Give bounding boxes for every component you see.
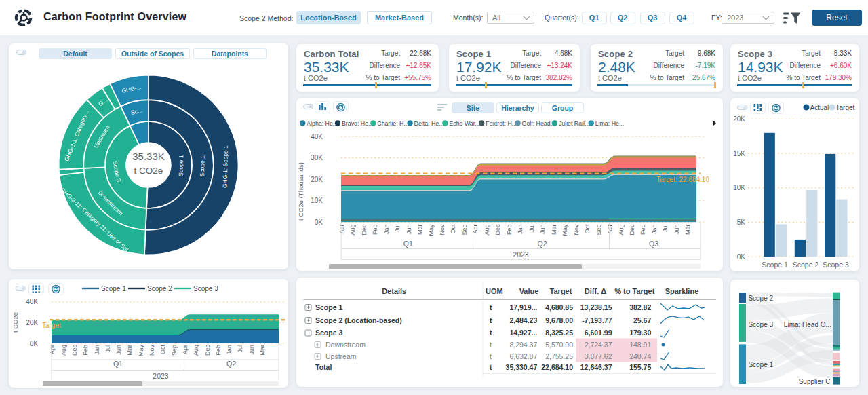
svg-text:Mar: Mar bbox=[551, 224, 557, 235]
svg-text:35,330.47: 35,330.47 bbox=[506, 363, 538, 371]
svg-text:0K: 0K bbox=[737, 253, 746, 261]
svg-text:10K: 10K bbox=[733, 184, 745, 191]
svg-text:Q2: Q2 bbox=[537, 240, 547, 248]
svg-text:Supplier C: Supplier C bbox=[799, 378, 831, 385]
svg-text:Target: Target bbox=[42, 322, 61, 329]
svg-text:Scope 1: Scope 1 bbox=[315, 303, 342, 312]
svg-text:Diff. Δ: Diff. Δ bbox=[585, 287, 606, 295]
svg-text:Q1: Q1 bbox=[403, 240, 413, 248]
svg-text:Mar: Mar bbox=[126, 345, 133, 356]
svg-text:15K: 15K bbox=[733, 150, 745, 157]
svg-text:Scope 2 (Location-based): Scope 2 (Location-based) bbox=[315, 316, 402, 324]
svg-text:Aug: Aug bbox=[618, 225, 625, 236]
svg-text:May: May bbox=[428, 224, 435, 236]
svg-text:Oct: Oct bbox=[584, 224, 591, 234]
svg-text:Jan: Jan bbox=[517, 225, 524, 235]
svg-text:Scope 2: Scope 2 bbox=[748, 295, 773, 302]
svg-text:2023: 2023 bbox=[153, 372, 169, 380]
svg-text:t: t bbox=[490, 316, 492, 324]
svg-text:Apr: Apr bbox=[472, 225, 479, 234]
svg-text:Scope 3: Scope 3 bbox=[315, 328, 342, 337]
svg-text:Sep: Sep bbox=[461, 225, 468, 236]
svg-text:Jan: Jan bbox=[226, 345, 233, 355]
svg-text:t: t bbox=[490, 328, 492, 337]
svg-text:0K: 0K bbox=[315, 219, 323, 226]
svg-text:5,570.00: 5,570.00 bbox=[545, 341, 573, 349]
svg-text:Scope 3: Scope 3 bbox=[823, 261, 849, 269]
svg-text:382.82: 382.82 bbox=[629, 303, 651, 312]
svg-text:Jul: Jul bbox=[104, 345, 111, 353]
svg-text:Oct: Oct bbox=[450, 224, 456, 234]
svg-text:40K: 40K bbox=[26, 298, 38, 305]
svg-text:Feb: Feb bbox=[506, 225, 513, 236]
svg-text:Scope 2: Scope 2 bbox=[793, 261, 819, 269]
svg-text:2023: 2023 bbox=[513, 250, 529, 259]
svg-text:Target: Target bbox=[550, 287, 572, 295]
svg-text:20K: 20K bbox=[311, 176, 323, 183]
svg-text:Feb: Feb bbox=[215, 345, 222, 356]
svg-text:9,678.00: 9,678.00 bbox=[545, 316, 573, 324]
svg-text:-7,193.77: -7,193.77 bbox=[582, 316, 612, 324]
svg-text:t: t bbox=[490, 341, 492, 349]
svg-text:Nov: Nov bbox=[573, 224, 580, 236]
svg-text:155.75: 155.75 bbox=[629, 363, 651, 371]
svg-text:Scope 3: Scope 3 bbox=[193, 285, 218, 293]
svg-text:Feb: Feb bbox=[82, 345, 89, 356]
svg-text:Apr: Apr bbox=[606, 225, 613, 234]
svg-text:20K: 20K bbox=[26, 319, 38, 326]
svg-text:Jan: Jan bbox=[94, 345, 100, 355]
svg-text:May: May bbox=[561, 224, 568, 236]
svg-text:Jun: Jun bbox=[406, 225, 412, 235]
svg-text:Jul: Jul bbox=[237, 345, 243, 353]
svg-text:Target: Target bbox=[836, 104, 855, 111]
svg-text:8,325.25: 8,325.25 bbox=[545, 328, 573, 337]
svg-text:Dec: Dec bbox=[494, 224, 501, 236]
svg-text:% to Target: % to Target bbox=[614, 287, 654, 295]
svg-text:Jun: Jun bbox=[248, 345, 255, 355]
svg-text:35.33K: 35.33K bbox=[132, 151, 165, 162]
svg-text:Apr: Apr bbox=[338, 225, 345, 234]
svg-text:Sep: Sep bbox=[171, 345, 178, 356]
svg-text:t: t bbox=[490, 303, 492, 312]
svg-text:Details: Details bbox=[382, 287, 406, 295]
svg-text:Scope 1: Scope 1 bbox=[748, 361, 773, 369]
svg-text:Mar: Mar bbox=[684, 224, 691, 235]
svg-text:Q1: Q1 bbox=[113, 360, 123, 368]
svg-text:Downstream: Downstream bbox=[326, 341, 366, 349]
svg-text:22,684.10: 22,684.10 bbox=[541, 363, 573, 371]
svg-text:Jun: Jun bbox=[115, 345, 122, 355]
svg-text:0K: 0K bbox=[30, 340, 39, 347]
svg-text:6,632.87: 6,632.87 bbox=[509, 352, 537, 360]
svg-text:8,294.37: 8,294.37 bbox=[509, 341, 537, 349]
svg-text:Mar: Mar bbox=[259, 345, 266, 356]
svg-text:t CO2e (Thousands): t CO2e (Thousands) bbox=[297, 162, 304, 221]
svg-text:Jan: Jan bbox=[383, 225, 390, 235]
svg-text:20K: 20K bbox=[733, 115, 745, 123]
svg-text:2,484.23: 2,484.23 bbox=[509, 316, 537, 324]
svg-text:Jun: Jun bbox=[539, 225, 546, 235]
svg-text:Value: Value bbox=[519, 287, 539, 295]
svg-text:Q2: Q2 bbox=[226, 360, 236, 368]
svg-text:Aug: Aug bbox=[193, 345, 199, 356]
svg-text:Jul: Jul bbox=[528, 225, 535, 233]
svg-text:t: t bbox=[490, 352, 492, 360]
svg-text:Jan: Jan bbox=[651, 225, 658, 235]
svg-text:Sep: Sep bbox=[595, 225, 602, 236]
svg-text:13,238.15: 13,238.15 bbox=[580, 303, 612, 312]
svg-text:Jun: Jun bbox=[673, 225, 680, 235]
svg-text:30K: 30K bbox=[311, 154, 323, 162]
svg-text:Nov: Nov bbox=[439, 224, 446, 236]
svg-text:14,927...: 14,927... bbox=[509, 328, 537, 337]
svg-text:2,724.37: 2,724.37 bbox=[585, 341, 612, 349]
svg-text:Scope 3: Scope 3 bbox=[748, 321, 773, 328]
svg-text:Lima: Head O...: Lima: Head O... bbox=[784, 321, 831, 328]
svg-text:Scope 1: Scope 1 bbox=[101, 285, 126, 293]
svg-text:17,919...: 17,919... bbox=[509, 303, 537, 312]
svg-text:Dec: Dec bbox=[629, 224, 635, 236]
svg-text:Aug: Aug bbox=[60, 345, 67, 356]
svg-text:Feb: Feb bbox=[372, 225, 378, 236]
svg-text:Apr: Apr bbox=[49, 345, 56, 354]
svg-text:240.74: 240.74 bbox=[629, 352, 651, 360]
svg-text:Upstream: Upstream bbox=[326, 352, 357, 360]
svg-text:Scope 1: Scope 1 bbox=[177, 155, 184, 176]
